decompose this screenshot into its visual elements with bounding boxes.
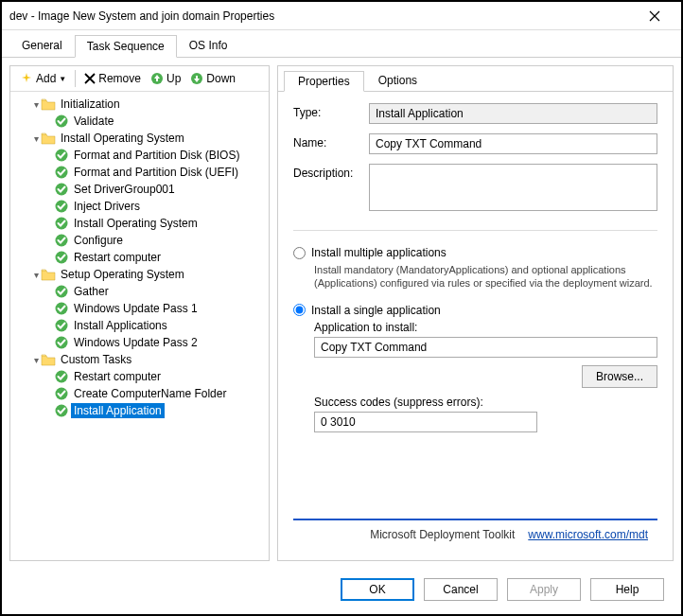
check-icon <box>54 301 69 316</box>
tree-group[interactable]: ▾Custom Tasks <box>12 351 267 368</box>
tree-step[interactable]: Install Applications <box>12 317 267 334</box>
tree-step[interactable]: Set DriverGroup001 <box>12 181 267 198</box>
radio-single-label: Install a single application <box>311 304 441 317</box>
tree-step[interactable]: Configure <box>12 232 267 249</box>
tree-step[interactable]: Gather <box>12 283 267 300</box>
check-icon <box>54 233 69 248</box>
type-label: Type: <box>293 103 369 119</box>
up-button[interactable]: Up <box>147 70 184 87</box>
cancel-button[interactable]: Cancel <box>424 578 498 601</box>
tree-step[interactable]: Validate <box>12 113 267 130</box>
folder-icon <box>41 268 56 281</box>
tree-group[interactable]: ▾Install Operating System <box>12 130 267 147</box>
tree-step[interactable]: Create ComputerName Folder <box>12 385 267 402</box>
tree-node-label: Restart computer <box>71 250 164 265</box>
radio-single-row[interactable]: Install a single application <box>293 304 657 317</box>
tree-group[interactable]: ▾Initialization <box>12 96 267 113</box>
expander-icon[interactable]: ▾ <box>31 99 41 110</box>
tree-node-label: Configure <box>71 233 126 248</box>
check-icon <box>54 250 69 265</box>
tree-node-label: Create ComputerName Folder <box>71 386 229 401</box>
tree-step[interactable]: Restart computer <box>12 249 267 266</box>
dialog-buttons: OK Cancel Apply Help <box>2 569 681 610</box>
expander-icon[interactable]: ▾ <box>31 355 41 365</box>
tree-node-label: Install Application <box>71 403 165 418</box>
expander-icon[interactable]: ▾ <box>31 133 41 144</box>
tree-step[interactable]: Install Operating System <box>12 215 267 232</box>
success-codes-label: Success codes (suppress errors): <box>314 396 657 409</box>
help-button[interactable]: Help <box>590 578 664 601</box>
tree-step[interactable]: Install Application <box>12 402 267 419</box>
properties-content: Type: Name: Description: Install multipl… <box>278 92 673 560</box>
tree-step[interactable]: Format and Partition Disk (UEFI) <box>12 164 267 181</box>
ok-button[interactable]: OK <box>341 578 414 601</box>
radio-multiple[interactable] <box>293 247 306 259</box>
radio-single[interactable] <box>293 304 306 316</box>
apply-button[interactable]: Apply <box>507 578 581 601</box>
left-panel: Add ▼ Remove Up Down ▾InitializationVali… <box>9 65 270 561</box>
task-tree[interactable]: ▾InitializationValidate▾Install Operatin… <box>10 92 269 560</box>
check-icon <box>54 403 69 418</box>
expander-icon[interactable]: ▾ <box>31 270 41 280</box>
app-to-install-label: Application to install: <box>314 321 657 334</box>
tree-node-label: Install Applications <box>71 318 170 333</box>
chevron-down-icon: ▼ <box>59 75 66 83</box>
tab-options[interactable]: Options <box>364 70 431 91</box>
check-icon <box>54 369 69 384</box>
success-codes-field[interactable] <box>314 412 537 432</box>
main-area: Add ▼ Remove Up Down ▾InitializationVali… <box>2 58 681 569</box>
radio-multiple-row[interactable]: Install multiple applications <box>293 246 657 259</box>
tree-node-label: Initialization <box>58 97 123 112</box>
check-icon <box>54 114 69 129</box>
tree-node-label: Setup Operating System <box>58 267 187 282</box>
outer-tabs: General Task Sequence OS Info <box>2 30 681 58</box>
down-button[interactable]: Down <box>186 70 239 87</box>
tab-task-sequence[interactable]: Task Sequence <box>75 35 177 58</box>
tree-node-label: Format and Partition Disk (BIOS) <box>71 148 242 163</box>
close-button[interactable] <box>636 3 674 29</box>
name-field[interactable] <box>369 133 657 154</box>
window-title: dev - Image New System and join domain P… <box>9 9 636 23</box>
browse-button[interactable]: Browse... <box>582 365 657 388</box>
tree-node-label: Windows Update Pass 1 <box>71 301 201 316</box>
tab-general[interactable]: General <box>9 34 75 57</box>
folder-icon <box>41 97 56 111</box>
tree-step[interactable]: Inject Drivers <box>12 198 267 215</box>
check-icon <box>54 182 69 197</box>
check-icon <box>54 148 69 163</box>
right-panel: Properties Options Type: Name: Descripti… <box>277 65 674 561</box>
app-to-install-field[interactable] <box>314 337 657 358</box>
folder-icon <box>41 132 56 145</box>
tab-os-info[interactable]: OS Info <box>177 34 240 57</box>
tree-step[interactable]: Format and Partition Disk (BIOS) <box>12 147 267 164</box>
tree-node-label: Gather <box>71 284 112 299</box>
brand-link[interactable]: www.microsoft.com/mdt <box>528 528 648 541</box>
tree-node-label: Format and Partition Disk (UEFI) <box>71 165 241 180</box>
remove-button[interactable]: Remove <box>80 70 145 87</box>
tree-node-label: Validate <box>71 114 116 129</box>
tree-step[interactable]: Windows Update Pass 1 <box>12 300 267 317</box>
check-icon <box>54 284 69 299</box>
arrow-down-icon <box>190 72 203 85</box>
tab-properties[interactable]: Properties <box>284 71 364 92</box>
check-icon <box>54 318 69 333</box>
description-field[interactable] <box>369 164 657 211</box>
tree-node-label: Windows Update Pass 2 <box>71 335 201 350</box>
arrow-up-icon <box>150 72 164 85</box>
tree-node-label: Install Operating System <box>58 131 187 146</box>
name-label: Name: <box>293 133 369 150</box>
titlebar: dev - Image New System and join domain P… <box>2 2 681 30</box>
add-button[interactable]: Add ▼ <box>16 70 70 87</box>
tree-step[interactable]: Windows Update Pass 2 <box>12 334 267 351</box>
tree-group[interactable]: ▾Setup Operating System <box>12 266 267 283</box>
tree-node-label: Set DriverGroup001 <box>71 182 178 197</box>
check-icon <box>54 199 69 214</box>
close-icon <box>649 10 660 22</box>
tree-node-label: Install Operating System <box>71 216 201 231</box>
folder-icon <box>41 353 56 366</box>
check-icon <box>54 335 69 350</box>
tree-step[interactable]: Restart computer <box>12 368 267 385</box>
radio-multiple-label: Install multiple applications <box>311 246 447 259</box>
tree-node-label: Custom Tasks <box>58 352 134 367</box>
type-field <box>369 103 657 124</box>
